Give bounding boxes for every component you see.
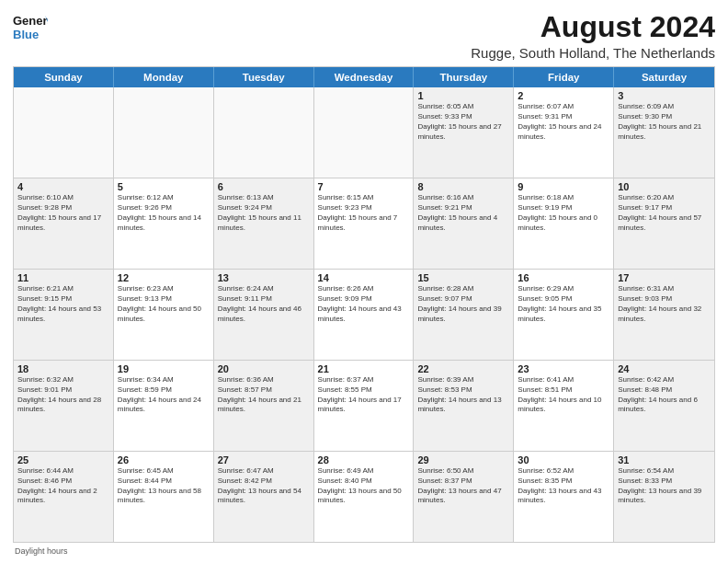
cell-info: Sunrise: 6:10 AM Sunset: 9:28 PM Dayligh…	[17, 193, 109, 233]
calendar-cell: 14Sunrise: 6:26 AM Sunset: 9:09 PM Dayli…	[314, 270, 415, 360]
calendar-cell: 4Sunrise: 6:10 AM Sunset: 9:28 PM Daylig…	[14, 178, 114, 269]
day-number: 29	[417, 454, 509, 465]
calendar-cell: 9Sunrise: 6:18 AM Sunset: 9:19 PM Daylig…	[514, 178, 614, 269]
day-number: 7	[318, 181, 410, 192]
day-number: 28	[318, 454, 410, 465]
cell-info: Sunrise: 6:39 AM Sunset: 8:53 PM Dayligh…	[417, 375, 509, 415]
cell-info: Sunrise: 6:18 AM Sunset: 9:19 PM Dayligh…	[518, 193, 609, 233]
calendar-row-4: 18Sunrise: 6:32 AM Sunset: 9:01 PM Dayli…	[14, 360, 714, 451]
cell-info: Sunrise: 6:54 AM Sunset: 8:33 PM Dayligh…	[618, 466, 711, 506]
header-day-wednesday: Wednesday	[314, 67, 415, 87]
cell-info: Sunrise: 6:05 AM Sunset: 9:33 PM Dayligh…	[417, 102, 509, 142]
calendar-cell: 10Sunrise: 6:20 AM Sunset: 9:17 PM Dayli…	[614, 178, 714, 269]
calendar-cell	[14, 87, 114, 178]
calendar-cell: 21Sunrise: 6:37 AM Sunset: 8:55 PM Dayli…	[314, 361, 415, 451]
cell-info: Sunrise: 6:37 AM Sunset: 8:55 PM Dayligh…	[318, 375, 410, 415]
logo-svg: General Blue	[13, 11, 48, 42]
svg-text:General: General	[13, 14, 48, 28]
calendar-cell: 22Sunrise: 6:39 AM Sunset: 8:53 PM Dayli…	[414, 361, 514, 451]
calendar-cell	[114, 87, 214, 178]
cell-info: Sunrise: 6:52 AM Sunset: 8:35 PM Dayligh…	[518, 466, 609, 506]
day-number: 15	[417, 272, 509, 283]
cell-info: Sunrise: 6:45 AM Sunset: 8:44 PM Dayligh…	[118, 466, 210, 506]
day-number: 27	[218, 454, 310, 465]
day-number: 5	[118, 181, 210, 192]
day-number: 3	[618, 90, 711, 101]
calendar-cell: 31Sunrise: 6:54 AM Sunset: 8:33 PM Dayli…	[614, 452, 714, 542]
day-number: 10	[618, 181, 711, 192]
calendar-cell: 1Sunrise: 6:05 AM Sunset: 9:33 PM Daylig…	[414, 87, 514, 178]
subtitle: Rugge, South Holland, The Netherlands	[471, 45, 715, 61]
cell-info: Sunrise: 6:24 AM Sunset: 9:11 PM Dayligh…	[218, 284, 310, 324]
day-number: 25	[17, 454, 109, 465]
day-number: 9	[518, 181, 609, 192]
calendar-cell: 3Sunrise: 6:09 AM Sunset: 9:30 PM Daylig…	[614, 87, 714, 178]
calendar-cell: 8Sunrise: 6:16 AM Sunset: 9:21 PM Daylig…	[414, 178, 514, 269]
calendar-cell: 6Sunrise: 6:13 AM Sunset: 9:24 PM Daylig…	[214, 178, 314, 269]
calendar-cell: 13Sunrise: 6:24 AM Sunset: 9:11 PM Dayli…	[214, 270, 314, 360]
calendar-row-5: 25Sunrise: 6:44 AM Sunset: 8:46 PM Dayli…	[14, 451, 714, 542]
cell-info: Sunrise: 6:07 AM Sunset: 9:31 PM Dayligh…	[518, 102, 609, 142]
day-number: 21	[318, 363, 410, 374]
footer-note: Daylight hours	[13, 546, 715, 556]
cell-info: Sunrise: 6:09 AM Sunset: 9:30 PM Dayligh…	[618, 102, 711, 142]
cell-info: Sunrise: 6:15 AM Sunset: 9:23 PM Dayligh…	[318, 193, 410, 233]
calendar-cell	[214, 87, 314, 178]
day-number: 1	[417, 90, 509, 101]
day-number: 18	[17, 363, 109, 374]
day-number: 6	[218, 181, 310, 192]
cell-info: Sunrise: 6:49 AM Sunset: 8:40 PM Dayligh…	[318, 466, 410, 506]
cell-info: Sunrise: 6:21 AM Sunset: 9:15 PM Dayligh…	[17, 284, 109, 324]
calendar-cell: 28Sunrise: 6:49 AM Sunset: 8:40 PM Dayli…	[314, 452, 415, 542]
calendar-cell: 15Sunrise: 6:28 AM Sunset: 9:07 PM Dayli…	[414, 270, 514, 360]
calendar-cell: 27Sunrise: 6:47 AM Sunset: 8:42 PM Dayli…	[214, 452, 314, 542]
svg-text:Blue: Blue	[13, 28, 39, 41]
day-number: 17	[618, 272, 711, 283]
calendar-cell: 23Sunrise: 6:41 AM Sunset: 8:51 PM Dayli…	[514, 361, 614, 451]
calendar-cell: 19Sunrise: 6:34 AM Sunset: 8:59 PM Dayli…	[114, 361, 214, 451]
calendar-cell: 20Sunrise: 6:36 AM Sunset: 8:57 PM Dayli…	[214, 361, 314, 451]
header-day-tuesday: Tuesday	[214, 67, 314, 87]
calendar-cell: 29Sunrise: 6:50 AM Sunset: 8:37 PM Dayli…	[414, 452, 514, 542]
day-number: 24	[618, 363, 711, 374]
day-number: 16	[518, 272, 609, 283]
page: General Blue August 2024 Rugge, South Ho…	[0, 0, 728, 563]
day-number: 2	[518, 90, 609, 101]
header-day-friday: Friday	[514, 67, 614, 87]
day-number: 8	[417, 181, 509, 192]
cell-info: Sunrise: 6:29 AM Sunset: 9:05 PM Dayligh…	[518, 284, 609, 324]
calendar-header: SundayMondayTuesdayWednesdayThursdayFrid…	[14, 67, 714, 87]
day-number: 11	[17, 272, 109, 283]
calendar-cell: 16Sunrise: 6:29 AM Sunset: 9:05 PM Dayli…	[514, 270, 614, 360]
calendar-cell: 18Sunrise: 6:32 AM Sunset: 9:01 PM Dayli…	[14, 361, 114, 451]
calendar-cell: 12Sunrise: 6:23 AM Sunset: 9:13 PM Dayli…	[114, 270, 214, 360]
calendar-cell: 11Sunrise: 6:21 AM Sunset: 9:15 PM Dayli…	[14, 270, 114, 360]
header-day-monday: Monday	[114, 67, 214, 87]
day-number: 23	[518, 363, 609, 374]
cell-info: Sunrise: 6:23 AM Sunset: 9:13 PM Dayligh…	[118, 284, 210, 324]
cell-info: Sunrise: 6:32 AM Sunset: 9:01 PM Dayligh…	[17, 375, 109, 415]
cell-info: Sunrise: 6:34 AM Sunset: 8:59 PM Dayligh…	[118, 375, 210, 415]
header-day-thursday: Thursday	[414, 67, 514, 87]
main-title: August 2024	[471, 11, 715, 43]
cell-info: Sunrise: 6:36 AM Sunset: 8:57 PM Dayligh…	[218, 375, 310, 415]
cell-info: Sunrise: 6:41 AM Sunset: 8:51 PM Dayligh…	[518, 375, 609, 415]
calendar-row-1: 1Sunrise: 6:05 AM Sunset: 9:33 PM Daylig…	[14, 87, 714, 178]
calendar-body: 1Sunrise: 6:05 AM Sunset: 9:33 PM Daylig…	[14, 87, 714, 542]
calendar-cell: 2Sunrise: 6:07 AM Sunset: 9:31 PM Daylig…	[514, 87, 614, 178]
logo: General Blue	[13, 11, 48, 42]
day-number: 4	[17, 181, 109, 192]
day-number: 31	[618, 454, 711, 465]
calendar-cell: 7Sunrise: 6:15 AM Sunset: 9:23 PM Daylig…	[314, 178, 415, 269]
header-day-saturday: Saturday	[614, 67, 714, 87]
calendar-cell: 30Sunrise: 6:52 AM Sunset: 8:35 PM Dayli…	[514, 452, 614, 542]
day-number: 20	[218, 363, 310, 374]
cell-info: Sunrise: 6:13 AM Sunset: 9:24 PM Dayligh…	[218, 193, 310, 233]
calendar-cell	[314, 87, 415, 178]
day-number: 22	[417, 363, 509, 374]
cell-info: Sunrise: 6:31 AM Sunset: 9:03 PM Dayligh…	[618, 284, 711, 324]
day-number: 26	[118, 454, 210, 465]
cell-info: Sunrise: 6:47 AM Sunset: 8:42 PM Dayligh…	[218, 466, 310, 506]
cell-info: Sunrise: 6:26 AM Sunset: 9:09 PM Dayligh…	[318, 284, 410, 324]
calendar-cell: 26Sunrise: 6:45 AM Sunset: 8:44 PM Dayli…	[114, 452, 214, 542]
